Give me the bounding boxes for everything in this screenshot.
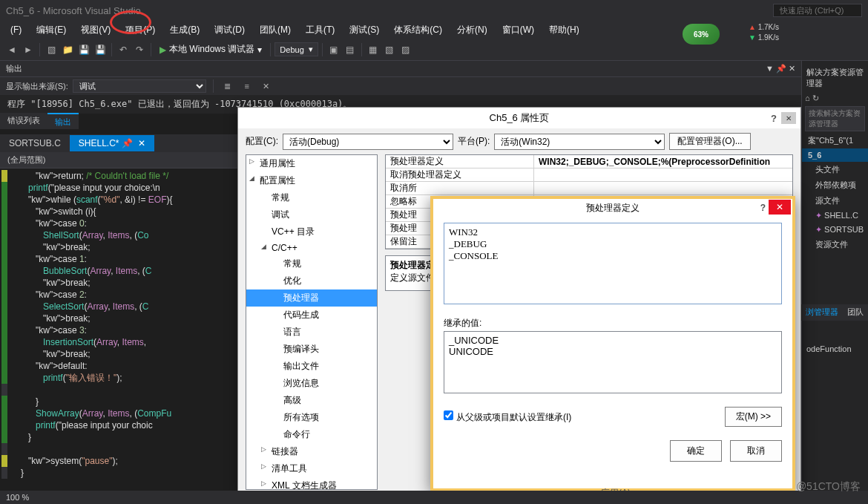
menu-project[interactable]: 项目(P) bbox=[118, 22, 162, 39]
zoom-level[interactable]: 100 % bbox=[6, 493, 29, 502]
home-icon[interactable]: ⌂ bbox=[805, 94, 810, 103]
file-shell[interactable]: ✦ SHELL.C bbox=[802, 209, 868, 223]
grid-row[interactable]: 取消预处理器定义 bbox=[386, 168, 792, 182]
tree-node[interactable]: 语言 bbox=[246, 324, 377, 341]
output-toolbar: 显示输出来源(S): 调试 ≣ ≡ ✕ bbox=[0, 77, 801, 95]
close-icon[interactable]: ✕ bbox=[138, 138, 145, 148]
menu-tools[interactable]: 工具(T) bbox=[298, 22, 342, 39]
net-stats: 1.7K/s 1.9K/s bbox=[749, 22, 779, 43]
tree-node[interactable]: 调试 bbox=[246, 206, 377, 223]
new-icon[interactable]: ▧ bbox=[44, 42, 59, 57]
close-icon[interactable]: ✕ bbox=[781, 112, 796, 124]
help-icon[interactable]: ? bbox=[760, 203, 766, 213]
grid-row[interactable]: 预处理器定义WIN32;_DEBUG;_CONSOLE;%(Preprocess… bbox=[386, 155, 792, 168]
pin-icon[interactable]: 📌 bbox=[122, 138, 133, 148]
menu-test[interactable]: 测试(S) bbox=[342, 22, 387, 39]
config-combo[interactable]: Debug ▾ bbox=[274, 42, 318, 56]
tree-node[interactable]: 预编译头 bbox=[246, 341, 377, 358]
tree-node[interactable]: ▷XML 文档生成器 bbox=[246, 477, 377, 490]
solution-search[interactable]: 搜索解决方案资源管理器 bbox=[805, 106, 865, 131]
ok-button[interactable]: 确定 bbox=[670, 440, 722, 462]
tree-node[interactable]: ▷通用属性 bbox=[246, 155, 377, 172]
folder-source[interactable]: 源文件 bbox=[802, 193, 868, 209]
run-button[interactable]: ▶ 本地 Windows 调试器 ▾ bbox=[155, 42, 266, 57]
folder-headers[interactable]: 头文件 bbox=[802, 162, 868, 177]
menu-view[interactable]: 视图(V) bbox=[73, 22, 118, 39]
tree-node[interactable]: 优化 bbox=[246, 272, 377, 289]
toolbar-icon[interactable]: ▦ bbox=[366, 42, 381, 57]
menu-analyze[interactable]: 分析(N) bbox=[450, 22, 495, 39]
tab-error-list[interactable]: 错误列表 bbox=[0, 113, 47, 129]
menu-window[interactable]: 窗口(W) bbox=[495, 22, 542, 39]
tree-node[interactable]: 高级 bbox=[246, 392, 377, 409]
tab-solution-expl[interactable]: 浏管理器 bbox=[801, 304, 843, 321]
config-manager-button[interactable]: 配置管理器(O)... bbox=[669, 133, 750, 150]
perf-badge: 63% bbox=[683, 24, 720, 45]
save-icon[interactable]: 💾 bbox=[76, 42, 91, 57]
toolbar-icon[interactable]: ▣ bbox=[326, 42, 341, 57]
toolbar-icon[interactable]: ▧ bbox=[382, 42, 397, 57]
tree-node[interactable]: 命令行 bbox=[246, 426, 377, 443]
toolbar-icon[interactable]: ▨ bbox=[398, 42, 413, 57]
pp-inherit-list: _UNICODEUNICODE bbox=[444, 331, 782, 393]
menu-build[interactable]: 生成(B) bbox=[162, 22, 207, 39]
toolbar-icon[interactable]: ▤ bbox=[343, 42, 358, 57]
output-panel-header: 输出 ▼ 📌 ✕ bbox=[0, 61, 801, 77]
tab-shell[interactable]: SHELL.C* 📌 ✕ bbox=[70, 135, 154, 151]
folder-external[interactable]: 外部依赖项 bbox=[802, 177, 868, 193]
macro-button[interactable]: 宏(M) >> bbox=[725, 407, 782, 427]
menu-team[interactable]: 团队(M) bbox=[252, 22, 298, 39]
solution-root[interactable]: 案"Ch5_6"(1 bbox=[802, 133, 868, 148]
net-upload: 1.7K/s bbox=[749, 22, 779, 33]
tree-node[interactable]: 常规 bbox=[246, 255, 377, 272]
tab-team[interactable]: 团队 bbox=[843, 304, 868, 321]
tree-node[interactable]: ▷清单工具 bbox=[246, 460, 377, 477]
menu-help[interactable]: 帮助(H) bbox=[542, 22, 587, 39]
platform-select[interactable]: 活动(Win32) bbox=[494, 134, 665, 150]
tab-sortsub[interactable]: SORTSUB.C bbox=[0, 135, 70, 151]
nav-back-icon[interactable]: ◄ bbox=[4, 42, 19, 57]
saveall-icon[interactable]: 💾 bbox=[93, 42, 108, 57]
open-icon[interactable]: 📁 bbox=[60, 42, 75, 57]
tree-node[interactable]: ◢C/C++ bbox=[246, 240, 377, 255]
menu-edit[interactable]: 编辑(E) bbox=[29, 22, 73, 39]
menu-file[interactable]: (F) bbox=[3, 22, 29, 37]
pp-inherit-checkbox[interactable]: 从父级或项目默认设置继承(I) bbox=[444, 410, 571, 424]
tree-node[interactable]: 浏览信息 bbox=[246, 375, 377, 392]
tree-node[interactable]: VC++ 目录 bbox=[246, 223, 377, 240]
undo-icon[interactable]: ↶ bbox=[116, 42, 131, 57]
grid-row[interactable]: 取消所 bbox=[386, 182, 792, 195]
tree-node[interactable]: 所有选项 bbox=[246, 409, 377, 426]
redo-icon[interactable]: ↷ bbox=[132, 42, 147, 57]
play-icon: ▶ bbox=[160, 45, 166, 55]
config-select[interactable]: 活动(Debug) bbox=[283, 134, 453, 150]
tree-node[interactable]: 代码生成 bbox=[246, 307, 377, 324]
nav-fwd-icon[interactable]: ► bbox=[21, 42, 36, 57]
file-sortsub[interactable]: ✦ SORTSUB bbox=[802, 223, 868, 237]
close-icon[interactable]: ✕ bbox=[769, 200, 791, 215]
cancel-button[interactable]: 取消 bbox=[730, 440, 782, 462]
tree-node[interactable]: 预处理器 bbox=[246, 289, 377, 307]
tab-output[interactable]: 输出 bbox=[47, 113, 79, 129]
menu-debug[interactable]: 调试(D) bbox=[207, 22, 252, 39]
output-source-select[interactable]: 调试 bbox=[73, 79, 206, 93]
toolbar-icon[interactable]: ✕ bbox=[259, 79, 274, 94]
tree-node[interactable]: 常规 bbox=[246, 189, 377, 206]
folder-resource[interactable]: 资源文件 bbox=[802, 237, 868, 252]
dialog-titlebar[interactable]: Ch5_6 属性页 ? ✕ bbox=[238, 108, 800, 128]
help-icon[interactable]: ? bbox=[771, 113, 777, 124]
tree-node[interactable]: 输出文件 bbox=[246, 358, 377, 375]
net-download: 1.9K/s bbox=[749, 33, 779, 43]
quick-launch-input[interactable] bbox=[773, 4, 862, 17]
property-tree[interactable]: ▷通用属性◢配置属性常规调试VC++ 目录◢C/C++常规优化预处理器代码生成语… bbox=[246, 154, 378, 490]
refresh-icon[interactable]: ↻ bbox=[812, 94, 819, 103]
project-node[interactable]: 5_6 bbox=[802, 148, 868, 162]
tree-node[interactable]: ▷链接器 bbox=[246, 443, 377, 460]
pp-titlebar[interactable]: 预处理器定义 ? ✕ bbox=[433, 199, 792, 217]
toolbar-icon[interactable]: ≣ bbox=[220, 79, 235, 94]
pp-edit-textarea[interactable] bbox=[444, 223, 782, 304]
tree-node[interactable]: ◢配置属性 bbox=[246, 172, 377, 189]
toolbar-icon[interactable]: ≡ bbox=[240, 79, 254, 94]
menu-arch[interactable]: 体系结构(C) bbox=[387, 22, 450, 39]
pin-icon[interactable]: ▼ 📌 ✕ bbox=[766, 64, 795, 73]
